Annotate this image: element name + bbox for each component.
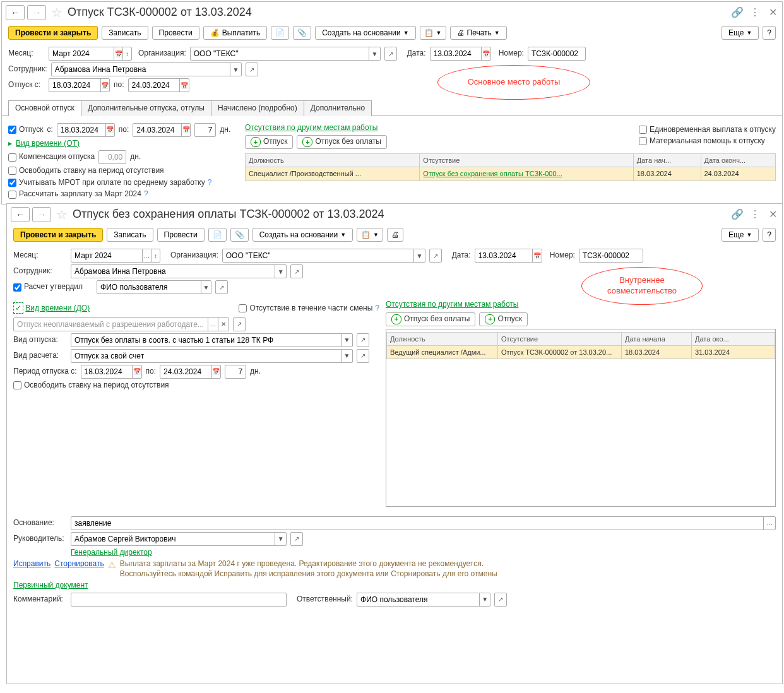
vac-type-open[interactable]: ↗	[357, 333, 369, 347]
copy-icon[interactable]: 📋 ▼	[420, 26, 446, 40]
period-to-field[interactable]: 📅	[160, 365, 221, 379]
emp-open[interactable]: ↗	[246, 62, 258, 76]
emp-field[interactable]: ▼	[51, 62, 242, 76]
tab-extra[interactable]: Дополнительные отпуска, отгулы	[81, 100, 211, 116]
approved-by-field[interactable]: ▼	[97, 280, 211, 294]
tab-addl[interactable]: Дополнительно	[304, 100, 372, 116]
absences-link[interactable]: Отсутствия по другим местам работы	[386, 300, 518, 309]
num-field[interactable]	[579, 249, 643, 263]
days-field[interactable]	[194, 123, 216, 137]
doc-icon[interactable]: 📄	[271, 26, 289, 40]
org-field[interactable]: ▼	[222, 249, 425, 263]
vac-type-field[interactable]: ▼	[71, 333, 353, 347]
menu-icon[interactable]: ⋮	[749, 7, 761, 18]
link-icon[interactable]: 🔗	[732, 209, 743, 220]
more-button[interactable]: Еще ▼	[722, 26, 759, 40]
copy-icon[interactable]: 📋 ▼	[357, 228, 383, 242]
pay-button[interactable]: 💰Выплатить	[203, 26, 268, 40]
comment-field[interactable]	[71, 593, 287, 607]
close-icon[interactable]: ✕	[767, 7, 778, 18]
star-icon[interactable]: ☆	[56, 206, 68, 223]
kind-link[interactable]: ▸ Вид времени (ОТ)	[8, 139, 239, 149]
period-from-field[interactable]: 📅	[81, 365, 142, 379]
tab-calc[interactable]: Начислено (подробно)	[211, 100, 304, 116]
release-checkbox[interactable]: Освободить ставку на период отсутствия	[8, 166, 239, 176]
resp-open[interactable]: ↗	[494, 593, 507, 607]
create-based-button[interactable]: Создать на основании ▼	[315, 26, 415, 40]
nav-fwd[interactable]: →	[27, 5, 46, 20]
calc-type-open[interactable]: ↗	[357, 349, 369, 363]
vacation-checkbox[interactable]: Отпуск	[8, 125, 43, 135]
post-button[interactable]: Провести	[152, 26, 199, 40]
lump-checkbox[interactable]: Единовременная выплата к отпуску	[639, 125, 776, 135]
primary-doc-link[interactable]: Первичный документ	[13, 581, 88, 591]
release-checkbox[interactable]: Освободить ставку на период отсутствия	[13, 381, 379, 391]
more-button[interactable]: Еще ▼	[722, 228, 759, 242]
days-field[interactable]	[225, 365, 246, 379]
close-icon[interactable]: ✕	[767, 209, 778, 220]
create-based-button[interactable]: Создать на основании ▼	[252, 228, 353, 242]
kind-open[interactable]: ↗	[233, 317, 246, 331]
add-vacation-button[interactable]: +Отпуск	[245, 135, 293, 149]
org-open[interactable]: ↗	[384, 47, 397, 61]
titlebar: ← → ☆ Отпуск ТСЗК-000002 от 13.03.2024 🔗…	[2, 2, 782, 23]
post-close-button[interactable]: Провести и закрыть	[8, 26, 98, 40]
basis-field[interactable]: …	[71, 516, 776, 530]
absences-link[interactable]: Отсутствия по другим местам работы	[245, 123, 377, 132]
mgr-field[interactable]: ▼	[71, 532, 287, 546]
tabs: Основной отпуск Дополнительные отпуска, …	[8, 100, 782, 116]
pane-date-to[interactable]: 📅	[133, 123, 191, 137]
help-button[interactable]: ?	[763, 26, 776, 40]
link-icon[interactable]: 🔗	[732, 7, 743, 18]
post-button[interactable]: Провести	[157, 228, 205, 242]
date-field[interactable]: 📅	[430, 47, 491, 61]
star-icon[interactable]: ☆	[51, 4, 62, 21]
kind-link[interactable]: ✓ Вид времени (ДО)	[13, 304, 90, 314]
part-shift-checkbox[interactable]: Отсутствие в течение части смены ?	[239, 304, 379, 314]
mgr-pos-link[interactable]: Генеральный директор	[71, 548, 152, 558]
date-from-field[interactable]: 📅	[49, 78, 110, 92]
approved-checkbox[interactable]: Расчет утвердил	[13, 282, 83, 292]
fix-link[interactable]: Исправить	[13, 559, 50, 569]
nav-fwd[interactable]: →	[32, 207, 51, 222]
add-unpaid-button[interactable]: +Отпуск без оплаты	[297, 135, 386, 149]
save-button[interactable]: Записать	[102, 26, 148, 40]
date-field[interactable]: 📅	[475, 249, 542, 263]
nav-back[interactable]: ←	[11, 207, 30, 222]
num-label: Номер:	[550, 251, 575, 261]
save-button[interactable]: Записать	[107, 228, 153, 242]
month-field[interactable]: …↕	[71, 249, 160, 263]
tab-main[interactable]: Основной отпуск	[8, 100, 81, 116]
post-close-button[interactable]: Провести и закрыть	[13, 228, 103, 242]
doc-icon[interactable]: 📄	[208, 228, 227, 242]
calc-type-field[interactable]: ▼	[71, 349, 353, 363]
help-button[interactable]: ?	[763, 228, 776, 242]
org-open[interactable]: ↗	[429, 249, 442, 263]
absences-table[interactable]: ДолжностьОтсутствиеДата началаДата око..…	[386, 332, 775, 360]
add-unpaid-button[interactable]: +Отпуск без оплаты	[386, 312, 475, 326]
clip-icon[interactable]: 📎	[293, 26, 311, 40]
mrot-checkbox[interactable]: Учитывать МРОТ при оплате по среднему за…	[8, 178, 239, 188]
org-field[interactable]: ▼	[190, 47, 381, 61]
date-to-field[interactable]: 📅	[128, 78, 189, 92]
pane-date-from[interactable]: 📅	[57, 123, 115, 137]
resp-field[interactable]: ▼	[357, 593, 490, 607]
comp-checkbox[interactable]: Компенсация отпуска	[8, 152, 95, 162]
month-field[interactable]: 📅↕	[49, 47, 132, 61]
nav-back[interactable]: ←	[6, 5, 25, 20]
menu-icon[interactable]: ⋮	[749, 209, 761, 220]
mgr-open[interactable]: ↗	[290, 532, 303, 546]
from-label: Отпуск с:	[8, 80, 45, 90]
num-field[interactable]	[528, 47, 586, 61]
print-icon[interactable]: 🖨	[387, 228, 403, 242]
add-vacation-button[interactable]: +Отпуск	[479, 312, 527, 326]
clip-icon[interactable]: 📎	[230, 228, 249, 242]
calc-checkbox[interactable]: Рассчитать зарплату за Март 2024 ?	[8, 189, 239, 199]
mat-checkbox[interactable]: Материальная помощь к отпуску	[639, 136, 776, 146]
approved-open[interactable]: ↗	[215, 280, 228, 294]
emp-open[interactable]: ↗	[290, 264, 303, 278]
print-button[interactable]: 🖨 Печать ▼	[450, 26, 507, 40]
storno-link[interactable]: Сторнировать	[54, 559, 104, 569]
emp-field[interactable]: ▼	[71, 264, 287, 278]
absences-table[interactable]: ДолжностьОтсутствиеДата нач...Дата оконч…	[245, 153, 776, 181]
